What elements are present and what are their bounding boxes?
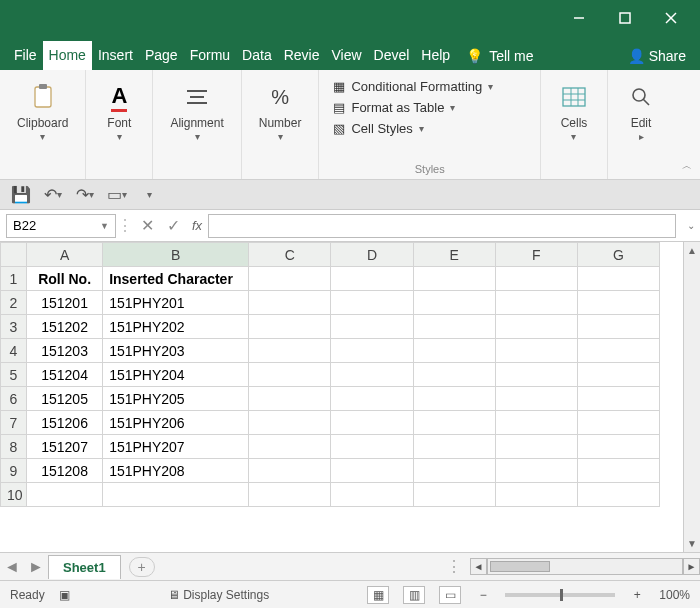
cell[interactable]: 151PHY208 xyxy=(103,459,249,483)
customize-qat-button[interactable]: ▭▾ xyxy=(106,184,128,206)
cell[interactable] xyxy=(249,483,331,507)
tab-file[interactable]: File xyxy=(8,41,43,70)
table-row[interactable]: 10 xyxy=(1,483,660,507)
row-header[interactable]: 4 xyxy=(1,339,27,363)
scroll-down-button[interactable]: ▼ xyxy=(684,535,700,552)
col-header-E[interactable]: E xyxy=(413,243,495,267)
scroll-thumb[interactable] xyxy=(490,561,550,572)
number-button[interactable]: % Number▾ xyxy=(252,76,309,148)
spreadsheet-table[interactable]: A B C D E F G 1 Roll No. Inserted Charac… xyxy=(0,242,660,507)
cell[interactable] xyxy=(577,411,659,435)
cell[interactable] xyxy=(495,483,577,507)
row-header[interactable]: 3 xyxy=(1,315,27,339)
minimize-button[interactable] xyxy=(556,4,602,32)
tab-home[interactable]: Home xyxy=(43,41,92,70)
editing-button[interactable]: Edit▸ xyxy=(618,76,664,148)
zoom-out-button[interactable]: − xyxy=(475,588,491,602)
ribbon-collapse-button[interactable]: ︿ xyxy=(674,70,700,179)
cancel-button[interactable]: ✕ xyxy=(134,216,160,235)
cell[interactable]: 151PHY207 xyxy=(103,435,249,459)
table-row[interactable]: 6151205151PHY205 xyxy=(1,387,660,411)
col-header-D[interactable]: D xyxy=(331,243,413,267)
cell[interactable]: 151PHY202 xyxy=(103,315,249,339)
cell[interactable] xyxy=(331,315,413,339)
tab-options[interactable]: ⋮ xyxy=(446,557,462,576)
cell[interactable] xyxy=(495,315,577,339)
expand-formula-bar-button[interactable]: ⌄ xyxy=(682,220,700,231)
cell[interactable] xyxy=(495,267,577,291)
cell[interactable] xyxy=(495,339,577,363)
close-button[interactable] xyxy=(648,4,694,32)
cell[interactable]: 151205 xyxy=(27,387,103,411)
cell[interactable] xyxy=(413,267,495,291)
cell[interactable] xyxy=(103,483,249,507)
cell[interactable] xyxy=(577,459,659,483)
table-row[interactable]: 4151203151PHY203 xyxy=(1,339,660,363)
cell[interactable] xyxy=(413,363,495,387)
cell[interactable] xyxy=(413,411,495,435)
cell[interactable] xyxy=(331,291,413,315)
cell[interactable] xyxy=(249,291,331,315)
cell[interactable]: 151208 xyxy=(27,459,103,483)
paste-button[interactable]: Clipboard▾ xyxy=(10,76,75,148)
redo-button[interactable]: ↷▾ xyxy=(74,184,96,206)
tab-formulas[interactable]: Formu xyxy=(184,41,236,70)
cell[interactable] xyxy=(249,387,331,411)
select-all-corner[interactable] xyxy=(1,243,27,267)
conditional-formatting-button[interactable]: ▦ Conditional Formatting ▾ xyxy=(329,76,497,97)
cells-button[interactable]: Cells▾ xyxy=(551,76,597,148)
display-settings-button[interactable]: 🖥 Display Settings xyxy=(168,588,269,602)
cell[interactable]: 151PHY203 xyxy=(103,339,249,363)
cell[interactable]: Inserted Character xyxy=(103,267,249,291)
zoom-knob[interactable] xyxy=(560,589,563,601)
cell[interactable] xyxy=(249,267,331,291)
enter-button[interactable]: ✓ xyxy=(160,216,186,235)
cell[interactable] xyxy=(577,339,659,363)
table-row[interactable]: 8151207151PHY207 xyxy=(1,435,660,459)
fx-label[interactable]: fx xyxy=(192,218,202,233)
cell[interactable]: Roll No. xyxy=(27,267,103,291)
cell[interactable] xyxy=(577,363,659,387)
cell[interactable] xyxy=(331,267,413,291)
undo-button[interactable]: ↶▾ xyxy=(42,184,64,206)
sheet-tab[interactable]: Sheet1 xyxy=(48,555,121,579)
cell[interactable] xyxy=(249,315,331,339)
row-header[interactable]: 1 xyxy=(1,267,27,291)
cell[interactable] xyxy=(27,483,103,507)
cell[interactable] xyxy=(331,363,413,387)
table-row[interactable]: 9151208151PHY208 xyxy=(1,459,660,483)
cell[interactable] xyxy=(577,315,659,339)
table-row[interactable]: 3151202151PHY202 xyxy=(1,315,660,339)
cell[interactable]: 151202 xyxy=(27,315,103,339)
cell[interactable]: 151PHY204 xyxy=(103,363,249,387)
alignment-button[interactable]: Alignment▾ xyxy=(163,76,230,148)
cell[interactable] xyxy=(413,315,495,339)
cell[interactable] xyxy=(577,483,659,507)
row-header[interactable]: 6 xyxy=(1,387,27,411)
cell[interactable] xyxy=(413,387,495,411)
cell[interactable]: 151PHY206 xyxy=(103,411,249,435)
tell-me[interactable]: 💡 Tell me xyxy=(456,42,543,70)
cell[interactable] xyxy=(331,387,413,411)
tab-page-layout[interactable]: Page xyxy=(139,41,184,70)
scroll-right-button[interactable]: ► xyxy=(683,558,700,575)
formula-input[interactable] xyxy=(208,214,676,238)
cell[interactable]: 151PHY205 xyxy=(103,387,249,411)
tab-help[interactable]: Help xyxy=(415,41,456,70)
tab-data[interactable]: Data xyxy=(236,41,278,70)
cell[interactable] xyxy=(495,435,577,459)
row-header[interactable]: 8 xyxy=(1,435,27,459)
row-header[interactable]: 2 xyxy=(1,291,27,315)
cell[interactable]: 151201 xyxy=(27,291,103,315)
cell[interactable] xyxy=(413,435,495,459)
horizontal-scrollbar[interactable]: ◄ ► xyxy=(470,558,700,575)
cell[interactable]: 151PHY201 xyxy=(103,291,249,315)
view-normal-button[interactable]: ▦ xyxy=(367,586,389,604)
col-header-F[interactable]: F xyxy=(495,243,577,267)
col-header-C[interactable]: C xyxy=(249,243,331,267)
tab-view[interactable]: View xyxy=(325,41,367,70)
save-button[interactable]: 💾 xyxy=(10,184,32,206)
scroll-up-button[interactable]: ▲ xyxy=(684,242,700,259)
table-row[interactable]: 7151206151PHY206 xyxy=(1,411,660,435)
cell[interactable] xyxy=(331,459,413,483)
